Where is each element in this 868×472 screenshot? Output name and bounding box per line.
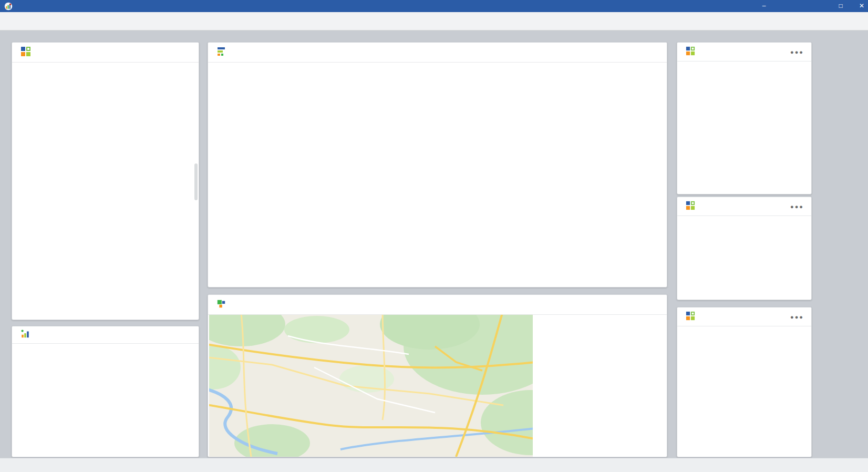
employee-map-panel-header <box>208 295 667 315</box>
minimize-button[interactable]: – <box>756 0 772 12</box>
map-terrain <box>209 315 533 457</box>
maximize-button[interactable]: □ <box>832 0 849 12</box>
equipment-panel-icon <box>686 311 695 323</box>
equipment-panel: ●●● <box>677 307 812 457</box>
reports-panel-icon <box>20 329 30 341</box>
status-panel-icon <box>686 201 695 212</box>
report-chart <box>12 344 199 457</box>
map[interactable] <box>209 315 533 457</box>
equipes-panel-body <box>12 63 199 320</box>
reports-panel-header <box>12 326 199 344</box>
status-panel: ●●● <box>677 197 812 300</box>
interventions-panel: ●●● <box>677 42 812 194</box>
interventions-list <box>677 61 811 194</box>
status-panel-header: ●●● <box>677 197 811 216</box>
toolbar <box>0 12 868 30</box>
interventions-panel-header: ●●● <box>677 43 811 61</box>
status-menu-button[interactable]: ●●● <box>790 203 804 210</box>
employee-map-panel <box>208 294 667 457</box>
equipes-scrollbar[interactable] <box>194 163 198 200</box>
employee-map-panel-icon <box>216 299 226 311</box>
interventions-panel-icon <box>686 46 695 58</box>
planning-panel-icon <box>216 46 227 59</box>
equipment-panel-header: ●●● <box>677 307 811 326</box>
equipes-panel <box>12 42 199 320</box>
status-list <box>677 216 811 300</box>
equipes-panel-header <box>12 43 199 63</box>
reports-panel <box>12 326 199 457</box>
equipes-panel-icon <box>20 46 31 59</box>
planning-panel-header <box>208 43 667 63</box>
equipment-menu-button[interactable]: ●●● <box>790 314 804 320</box>
planning-table <box>208 63 667 287</box>
status-bar <box>0 458 868 472</box>
close-button[interactable]: ✕ <box>853 0 868 12</box>
interventions-menu-button[interactable]: ●●● <box>790 49 804 55</box>
titlebar: – □ ✕ <box>0 0 868 12</box>
equipment-list <box>677 326 811 457</box>
planning-panel <box>208 42 667 288</box>
app-logo-icon <box>4 2 13 11</box>
